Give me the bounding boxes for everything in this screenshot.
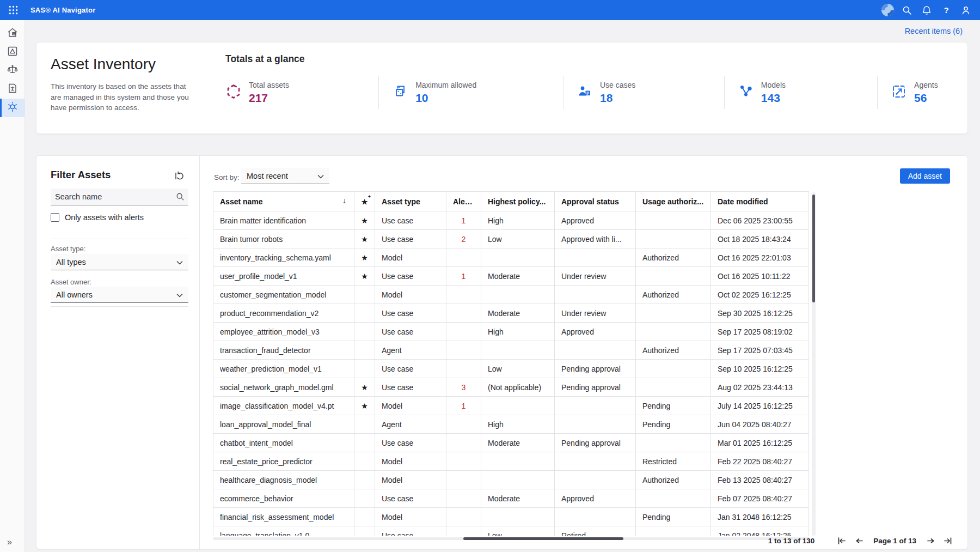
last-page-icon[interactable] bbox=[942, 535, 953, 546]
date-modified-cell: Oct 18 2025 18:43:24 bbox=[711, 230, 809, 248]
table-row[interactable]: chatbot_intent_model Use case Moderate P… bbox=[213, 434, 809, 452]
asset-name-cell[interactable]: chatbot_intent_model bbox=[213, 434, 354, 452]
date-modified-cell: Feb 13 2025 08:40:27 bbox=[711, 471, 809, 489]
asset-name-cell[interactable]: customer_segmentation_model bbox=[213, 286, 354, 304]
horizontal-scrollbar[interactable] bbox=[213, 537, 810, 540]
alerts-count-cell bbox=[446, 415, 481, 434]
vertical-scrollbar[interactable] bbox=[812, 192, 816, 536]
first-page-icon[interactable] bbox=[836, 535, 847, 546]
user-icon[interactable] bbox=[958, 3, 973, 18]
table-row[interactable]: language_translation_v1.0 Use case Low R… bbox=[213, 526, 809, 536]
filter-divider bbox=[51, 306, 188, 307]
sidebar-item-policies[interactable] bbox=[0, 80, 25, 99]
previous-page-icon[interactable] bbox=[854, 535, 865, 546]
asset-name-cell[interactable]: financial_risk_assessment_model bbox=[213, 508, 354, 526]
sidebar-item-home[interactable] bbox=[0, 25, 25, 43]
sort-descending-icon[interactable]: ↓ bbox=[342, 196, 346, 205]
asset-name-cell[interactable]: image_classification_model_v4.pt bbox=[213, 397, 354, 415]
asset-name-cell[interactable]: language_translation_v1.0 bbox=[213, 526, 354, 536]
date-modified-cell: Sep 17 2025 08:19:02 bbox=[711, 323, 809, 341]
stat-use-cases: Use cases 18 bbox=[563, 76, 724, 109]
asset-name-cell[interactable]: ecommerce_behavior bbox=[213, 489, 354, 508]
horizontal-scrollbar-thumb[interactable] bbox=[463, 537, 623, 540]
column-header-highest-policy[interactable]: Highest policy... bbox=[481, 192, 555, 211]
home-icon bbox=[7, 27, 19, 41]
column-header-favorites[interactable]: ★✦ bbox=[354, 192, 375, 211]
expand-sidebar-button[interactable]: » bbox=[0, 537, 25, 548]
asset-table: Asset name ↓ ★✦ Asset type Alerts Highes… bbox=[213, 191, 810, 536]
column-header-date-modified[interactable]: Date modified bbox=[711, 192, 809, 211]
notifications-bell-icon[interactable] bbox=[919, 3, 934, 18]
asset-name-cell[interactable]: social_network_graph_model.gml bbox=[213, 378, 354, 397]
asset-type-cell: Use case bbox=[375, 434, 446, 452]
asset-name-cell[interactable]: inventory_tracking_schema.yaml bbox=[213, 248, 354, 267]
asset-owner-select[interactable]: All owners bbox=[51, 287, 188, 303]
sidebar-item-model-studio[interactable] bbox=[0, 43, 25, 62]
asset-type-select[interactable]: All types bbox=[51, 254, 188, 270]
date-modified-cell: Oct 02 2025 16:12:25 bbox=[711, 286, 809, 304]
sas-logo[interactable] bbox=[880, 3, 895, 18]
table-row[interactable]: user_profile_model_v1 ★ Use case 1 Moder… bbox=[213, 267, 809, 286]
table-row[interactable]: Brain tumor robots ★ Use case 2 Low Appr… bbox=[213, 230, 809, 248]
pagination-range: 1 to 13 of 130 bbox=[768, 537, 815, 545]
column-header-asset-type[interactable]: Asset type bbox=[375, 192, 446, 211]
table-row[interactable]: healthcare_diagnosis_model Model Authori… bbox=[213, 471, 809, 489]
approval-status-cell: Retired bbox=[555, 526, 636, 536]
search-icon[interactable] bbox=[899, 3, 915, 18]
search-input[interactable] bbox=[51, 192, 176, 201]
asset-name-cell[interactable]: weather_prediction_model_v1 bbox=[213, 360, 354, 378]
table-row[interactable]: social_network_graph_model.gml ★ Use cas… bbox=[213, 378, 809, 397]
date-modified-cell: July 14 2025 16:12:25 bbox=[711, 397, 809, 415]
approval-status-cell: Under review bbox=[555, 267, 636, 286]
reset-filters-icon[interactable] bbox=[173, 170, 185, 182]
stat-label: Use cases bbox=[600, 81, 635, 89]
recent-items-link[interactable]: Recent items (6) bbox=[905, 27, 963, 35]
table-row[interactable]: product_recommendation_v2 Use case Moder… bbox=[213, 304, 809, 323]
table-row[interactable]: transaction_fraud_detector Agent Authori… bbox=[213, 341, 809, 360]
asset-type-cell: Use case bbox=[375, 378, 446, 397]
asset-inventory-header-card: Asset Inventory This inventory is based … bbox=[36, 42, 968, 134]
asset-name-cell[interactable]: user_profile_model_v1 bbox=[213, 267, 354, 286]
column-header-alerts[interactable]: Alerts bbox=[446, 192, 481, 211]
asset-name-cell[interactable]: employee_attrition_model_v3 bbox=[213, 323, 354, 341]
table-row[interactable]: real_estate_price_predictor Model Restri… bbox=[213, 452, 809, 471]
asset-name-cell[interactable]: real_estate_price_predictor bbox=[213, 452, 354, 471]
sidebar-item-governance[interactable] bbox=[0, 62, 25, 80]
table-row[interactable]: financial_risk_assessment_model Model Pe… bbox=[213, 508, 809, 526]
asset-name-cell[interactable]: Brain tumor robots bbox=[213, 230, 354, 248]
table-row[interactable]: image_classification_model_v4.pt ★ Model… bbox=[213, 397, 809, 415]
asset-name-cell[interactable]: product_recommendation_v2 bbox=[213, 304, 354, 323]
table-row[interactable]: Brain matter identification ★ Use case 1… bbox=[213, 211, 809, 230]
highest-policy-cell bbox=[481, 286, 555, 304]
table-row[interactable]: inventory_tracking_schema.yaml ★ Model A… bbox=[213, 248, 809, 267]
asset-type-cell: Use case bbox=[375, 489, 446, 508]
asset-name-cell[interactable]: Brain matter identification bbox=[213, 211, 354, 230]
table-row[interactable]: employee_attrition_model_v3 Use case Hig… bbox=[213, 323, 809, 341]
usage-authorization-cell bbox=[636, 304, 711, 323]
search-name-field[interactable] bbox=[51, 189, 188, 205]
sort-by-select[interactable]: Most recent bbox=[241, 168, 329, 184]
only-alerts-checkbox-row[interactable]: Only assets with alerts bbox=[51, 213, 144, 222]
sidebar-item-asset-inventory[interactable] bbox=[0, 99, 25, 117]
asset-type-value: All types bbox=[56, 258, 86, 266]
asset-type-cell: Use case bbox=[375, 526, 446, 536]
vertical-scrollbar-thumb[interactable] bbox=[812, 195, 815, 302]
column-header-asset-name[interactable]: Asset name ↓ bbox=[213, 192, 354, 211]
next-page-icon[interactable] bbox=[925, 535, 936, 546]
alerts-count-cell bbox=[446, 489, 481, 508]
table-row[interactable]: customer_segmentation_model Model Author… bbox=[213, 286, 809, 304]
apps-grid-icon[interactable] bbox=[5, 2, 21, 19]
chevron-down-icon bbox=[317, 172, 324, 180]
table-row[interactable]: loan_approval_model_final Agent High Pen… bbox=[213, 415, 809, 434]
column-header-usage-authorization[interactable]: Usage authoriz... bbox=[636, 192, 711, 211]
date-modified-cell: Sep 30 2025 16:12:25 bbox=[711, 304, 809, 323]
table-row[interactable]: ecommerce_behavior Use case Moderate App… bbox=[213, 489, 809, 508]
asset-name-cell[interactable]: loan_approval_model_final bbox=[213, 415, 354, 434]
table-row[interactable]: weather_prediction_model_v1 Use case Low… bbox=[213, 360, 809, 378]
asset-name-cell[interactable]: healthcare_diagnosis_model bbox=[213, 471, 354, 489]
column-header-approval-status[interactable]: Approval status bbox=[555, 192, 636, 211]
asset-name-cell[interactable]: transaction_fraud_detector bbox=[213, 341, 354, 360]
help-icon[interactable]: ? bbox=[939, 3, 954, 18]
only-alerts-checkbox[interactable] bbox=[51, 213, 59, 222]
add-asset-button[interactable]: Add asset bbox=[900, 168, 950, 184]
